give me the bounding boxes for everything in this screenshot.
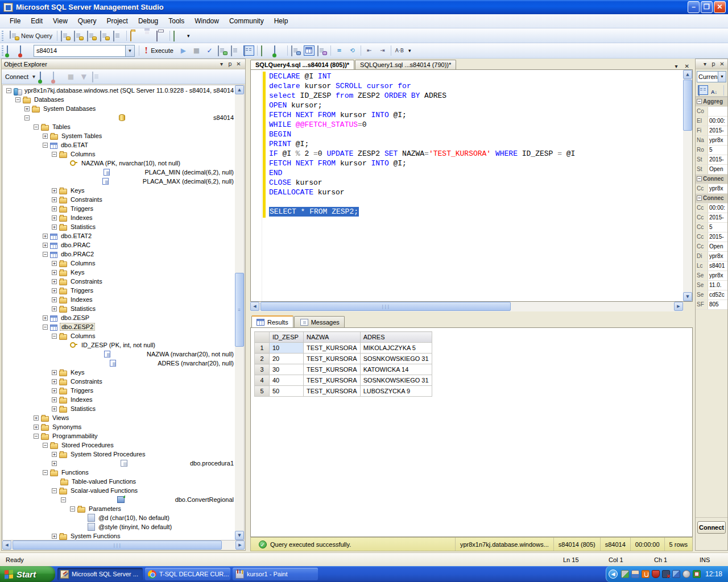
- tree-expander-icon[interactable]: +: [52, 306, 57, 311]
- tree-item[interactable]: @d (char(10), No default): [3, 513, 235, 522]
- grid-cell[interactable]: TEST_KURSORA: [304, 343, 361, 354]
- tree-expander-icon[interactable]: −: [43, 443, 48, 448]
- activity-monitor-icon[interactable]: [173, 31, 183, 40]
- tree-item[interactable]: +Triggers: [3, 204, 235, 213]
- tree-expander-icon[interactable]: −: [52, 488, 57, 493]
- grid-cell[interactable]: 50: [270, 386, 304, 397]
- tree-expander-icon[interactable]: −: [43, 470, 48, 475]
- tree-item[interactable]: +Statistics: [3, 404, 235, 413]
- property-value[interactable]: Open: [708, 165, 727, 174]
- menu-item-edit[interactable]: Edit: [26, 15, 48, 27]
- tree-item[interactable]: −Columns: [3, 331, 235, 340]
- tree-expander-icon[interactable]: +: [52, 379, 57, 384]
- java-icon[interactable]: [642, 570, 650, 578]
- scroll-down-icon[interactable]: ▼: [683, 292, 692, 301]
- property-value[interactable]: 00:00:: [708, 203, 727, 213]
- grid-column-header[interactable]: ID_ZESP: [270, 332, 304, 343]
- grid-cell[interactable]: TEST_KURSORA: [304, 386, 361, 397]
- property-value[interactable]: 00:00:: [708, 117, 727, 126]
- tree-expander-icon[interactable]: −: [43, 143, 48, 148]
- tree-item[interactable]: −dbo.ETAT: [3, 140, 235, 149]
- tree-expander-icon[interactable]: +: [52, 370, 57, 375]
- scroll-right-icon[interactable]: ▶: [235, 541, 245, 550]
- connect-db-icon[interactable]: [7, 46, 16, 55]
- window-position-icon[interactable]: ▾: [217, 61, 226, 67]
- tree-item[interactable]: −Databases: [3, 95, 235, 104]
- tree-item[interactable]: −Tables: [3, 122, 235, 131]
- taskbar-button[interactable]: T-SQL DECLARE CUR...: [145, 568, 230, 580]
- property-category[interactable]: −Connec: [696, 174, 727, 184]
- tree-expander-icon[interactable]: +: [24, 106, 30, 111]
- property-category[interactable]: −Connec: [696, 194, 727, 203]
- stop-icon[interactable]: ■: [192, 46, 201, 55]
- grid-cell[interactable]: SOSNKOWSKIEGO 31: [360, 375, 432, 386]
- tree-item[interactable]: Table-valued Functions: [3, 477, 235, 486]
- tree-horizontal-scrollbar[interactable]: ◀ ∣∣∣ ▶: [2, 541, 245, 550]
- property-value[interactable]: 5: [708, 146, 727, 155]
- category-collapse-icon[interactable]: −: [697, 196, 702, 201]
- menu-item-window[interactable]: Window: [189, 15, 224, 27]
- tree-item[interactable]: +Statistics: [3, 304, 235, 313]
- tree-expander-icon[interactable]: +: [52, 188, 57, 193]
- print-icon[interactable]: [156, 31, 166, 40]
- show-results-pane-icon[interactable]: [244, 46, 254, 55]
- tree-item[interactable]: −s84014: [3, 113, 235, 122]
- grid-cell[interactable]: SOSNKOWSKIEGO 31: [360, 354, 432, 364]
- grid-cell[interactable]: LUBOSZYCKA 9: [360, 386, 432, 397]
- tree-item[interactable]: +dbo.ZESP: [3, 313, 235, 322]
- tree-item[interactable]: +Views: [3, 413, 235, 422]
- tree-item[interactable]: +Indexes: [3, 395, 235, 404]
- restore-button[interactable]: ❐: [701, 1, 713, 13]
- start-button[interactable]: Start: [0, 566, 55, 582]
- tree-expander-icon[interactable]: +: [52, 297, 57, 302]
- menu-item-community[interactable]: Community: [224, 15, 269, 27]
- property-value[interactable]: s8401: [708, 261, 727, 271]
- property-value[interactable]: Open: [708, 242, 727, 251]
- tree-item[interactable]: −Programmability: [3, 431, 235, 440]
- grid-row-header[interactable]: 2: [255, 354, 270, 364]
- menu-item-tools[interactable]: Tools: [163, 15, 189, 27]
- new-document-icon[interactable]: [61, 31, 71, 40]
- property-value[interactable]: ypr8x: [708, 271, 727, 280]
- toolbar-overflow-icon[interactable]: ▾: [185, 33, 192, 39]
- tree-expander-icon[interactable]: +: [52, 452, 57, 457]
- tree-expander-icon[interactable]: +: [34, 415, 39, 421]
- uncomment-icon[interactable]: ⟲: [348, 46, 357, 55]
- tree-item[interactable]: +Indexes: [3, 295, 235, 304]
- property-value[interactable]: 2015-: [708, 232, 727, 242]
- tree-item[interactable]: −Columns: [3, 149, 235, 159]
- property-value[interactable]: 5: [708, 223, 727, 232]
- grid-cell[interactable]: TEST_KURSORA: [304, 364, 361, 375]
- query-options-icon[interactable]: [218, 46, 228, 55]
- results-to-file-icon[interactable]: [317, 46, 327, 55]
- properties-object-combo[interactable]: Curren ▼: [697, 71, 726, 82]
- taskbar-button[interactable]: Microsoft SQL Server ...: [57, 568, 143, 580]
- tree-expander-icon[interactable]: +: [52, 388, 57, 393]
- tree-expander-icon[interactable]: +: [52, 288, 57, 293]
- toolbar-grip[interactable]: [2, 31, 3, 41]
- new-query-button[interactable]: New Query: [5, 30, 55, 41]
- results-to-grid-icon[interactable]: [304, 46, 314, 55]
- tree-item[interactable]: +Columns: [3, 259, 235, 268]
- tree-item[interactable]: PLACA_MIN (decimal(6,2), null): [3, 168, 235, 177]
- filter-icon[interactable]: ▼: [79, 72, 89, 81]
- grid-cell[interactable]: 20: [270, 354, 304, 364]
- property-value[interactable]: 2015-: [708, 213, 727, 222]
- editor-vertical-scrollbar[interactable]: ▲ ▼: [683, 70, 692, 301]
- decrease-indent-icon[interactable]: ⇤: [365, 46, 374, 55]
- category-collapse-icon[interactable]: −: [697, 176, 702, 181]
- document-tab[interactable]: SQLQuery1.sql ...s84014 (790))*: [355, 60, 456, 69]
- tree-expander-icon[interactable]: −: [43, 252, 48, 257]
- tree-expander-icon[interactable]: −: [61, 497, 66, 502]
- tree-expander-icon[interactable]: −: [52, 152, 57, 157]
- auto-hide-pin-icon[interactable]: 𝗉: [226, 61, 234, 67]
- grid-cell[interactable]: MIKOLAJCZYKA 5: [360, 343, 432, 354]
- connect-button[interactable]: Connect: [697, 521, 726, 534]
- user-icon[interactable]: [631, 570, 639, 578]
- property-value[interactable]: cd52c: [708, 290, 727, 300]
- tree-vertical-scrollbar[interactable]: ▲ ≡ ▼: [235, 85, 244, 540]
- green-app-icon[interactable]: [693, 570, 701, 578]
- tree-item[interactable]: +dbo.PRAC: [3, 240, 235, 250]
- editor-horizontal-scrollbar[interactable]: ◀ ∣∣∣ ▶: [250, 302, 683, 311]
- menu-item-view[interactable]: View: [48, 15, 73, 27]
